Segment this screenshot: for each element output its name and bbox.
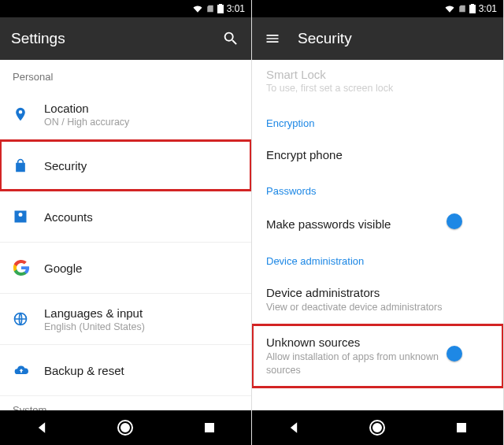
- svg-point-9: [373, 424, 381, 432]
- device-administrators-item[interactable]: Device administratorsView or deactivate …: [252, 275, 503, 324]
- battery-icon: [217, 4, 224, 13]
- nav-recent-icon[interactable]: [194, 412, 225, 443]
- section-personal: Personal: [0, 60, 251, 89]
- svg-point-4: [121, 424, 129, 432]
- nav-back-icon[interactable]: [278, 412, 309, 443]
- nav-back-icon[interactable]: [26, 412, 57, 443]
- svg-rect-0: [217, 5, 224, 13]
- status-bar: 3:01: [0, 0, 251, 17]
- google-icon: [13, 259, 44, 276]
- no-sim-icon: [206, 4, 214, 13]
- settings-item-location[interactable]: LocationON / High accuracy: [0, 89, 251, 139]
- section-passwords: Passwords: [252, 172, 503, 205]
- label: Languages & input: [44, 306, 239, 320]
- settings-item-google[interactable]: Google: [0, 243, 251, 293]
- sublabel: ON / High accuracy: [44, 117, 239, 128]
- section-encryption: Encryption: [252, 105, 503, 137]
- location-pin-icon: [13, 106, 44, 122]
- lock-icon: [13, 158, 44, 173]
- label: Unknown sources: [266, 336, 461, 349]
- label: Make passwords visible: [266, 217, 461, 231]
- nav-home-icon[interactable]: [109, 412, 141, 443]
- unknown-sources-toggle[interactable]: [461, 348, 489, 364]
- settings-item-security[interactable]: Security: [0, 140, 251, 191]
- sublabel: To use, first set a screen lock: [266, 83, 489, 94]
- svg-rect-10: [457, 423, 466, 432]
- nav-home-icon[interactable]: [361, 412, 393, 443]
- security-list: Smart Lock To use, first set a screen lo…: [252, 60, 503, 410]
- passwords-visible-toggle[interactable]: [461, 216, 489, 232]
- label: Smart Lock: [266, 68, 489, 81]
- label: Device administrators: [266, 286, 489, 299]
- passwords-visible-item[interactable]: Make passwords visible: [252, 205, 503, 243]
- label: Location: [44, 102, 239, 115]
- no-sim-icon: [458, 4, 466, 13]
- search-icon[interactable]: [221, 29, 240, 48]
- section-device-admin: Device administration: [252, 243, 503, 275]
- smart-lock-item: Smart Lock To use, first set a screen lo…: [252, 60, 503, 105]
- svg-rect-6: [469, 5, 476, 13]
- app-bar: Security: [252, 17, 503, 60]
- encrypt-phone-item[interactable]: Encrypt phone: [252, 137, 503, 172]
- svg-rect-5: [205, 423, 214, 432]
- svg-rect-7: [471, 4, 474, 5]
- settings-list: Personal LocationON / High accuracy Secu…: [0, 60, 251, 410]
- settings-item-languages[interactable]: Languages & inputEnglish (United States): [0, 294, 251, 344]
- label: Security: [44, 159, 239, 172]
- settings-item-backup[interactable]: Backup & reset: [0, 345, 251, 395]
- account-icon: [13, 209, 44, 224]
- label: Google: [44, 261, 239, 275]
- svg-rect-1: [219, 4, 222, 5]
- label: Encrypt phone: [266, 148, 489, 161]
- section-system: System: [0, 395, 251, 410]
- status-time: 3:01: [227, 3, 245, 14]
- cloud-upload-icon: [13, 362, 44, 378]
- navigation-bar: [0, 410, 251, 445]
- wifi-icon: [192, 5, 203, 13]
- sublabel: English (United States): [44, 321, 239, 332]
- settings-item-accounts[interactable]: Accounts: [0, 191, 251, 242]
- page-title: Settings: [11, 30, 206, 47]
- sublabel: View or deactivate device administrators: [266, 301, 489, 313]
- sublabel: Allow installation of apps from unknown …: [266, 350, 461, 376]
- label: Backup & reset: [44, 364, 239, 377]
- page-title: Security: [298, 30, 492, 47]
- app-bar: Settings: [0, 17, 251, 60]
- nav-recent-icon[interactable]: [446, 412, 477, 443]
- phone-right: 3:01 Security Smart Lock To use, first s…: [252, 0, 504, 445]
- unknown-sources-item[interactable]: Unknown sourcesAllow installation of app…: [252, 324, 503, 388]
- globe-icon: [13, 311, 44, 327]
- status-time: 3:01: [479, 3, 497, 14]
- navigation-bar: [252, 410, 503, 445]
- label: Accounts: [44, 210, 239, 224]
- status-bar: 3:01: [252, 0, 503, 17]
- hamburger-menu-icon[interactable]: [263, 29, 282, 48]
- wifi-icon: [444, 5, 455, 13]
- battery-icon: [469, 4, 476, 13]
- phone-left: 3:01 Settings Personal LocationON / High…: [0, 0, 252, 445]
